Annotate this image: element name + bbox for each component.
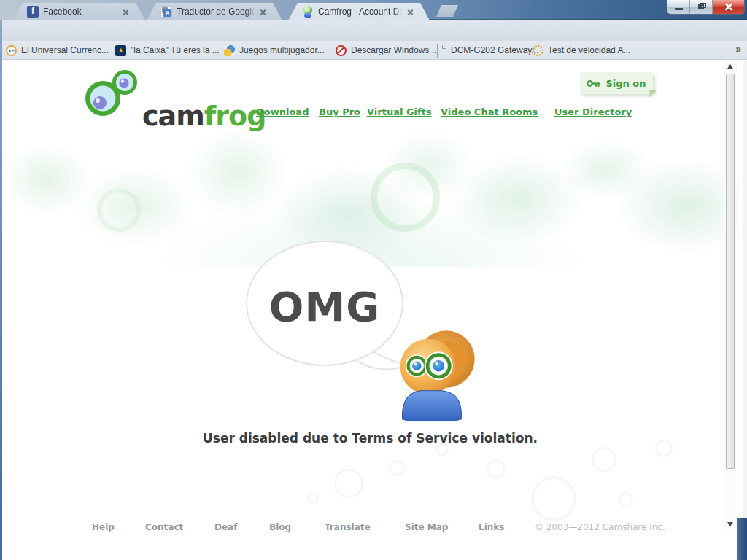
la-caixa-icon: ★ [115, 45, 126, 56]
arrow-up-icon [727, 64, 733, 69]
footer-link-links[interactable]: Links [479, 522, 504, 532]
tab-label: Camfrog - Account Disabl [318, 7, 403, 17]
key-icon [587, 79, 600, 88]
bookmarks-overflow-chevron[interactable]: » [735, 43, 741, 55]
window-controls [667, 0, 745, 15]
games-icon [224, 45, 235, 56]
restore-button[interactable] [690, 0, 713, 14]
minimize-icon [675, 8, 683, 10]
footer-link-deaf[interactable]: Deaf [214, 522, 237, 532]
scroll-down-button[interactable] [724, 518, 737, 529]
bookmark-test-velocidad[interactable]: Test de velocidad A... [533, 44, 630, 57]
window-frame-corner [737, 518, 747, 560]
nav-user-directory[interactable]: User Directory [554, 106, 632, 117]
browser-window: f Facebook A Traductor de Google Camfrog… [0, 0, 747, 560]
bookmark-juegos[interactable]: Juegos multijugador... [224, 44, 325, 57]
title-bar: f Facebook A Traductor de Google Camfrog… [0, 0, 747, 20]
footer-link-site-map[interactable]: Site Map [405, 522, 448, 532]
bookmarks-bar: xe El Universal Currenc... ★ "la Caixa" … [0, 41, 747, 60]
bookmark-dcm-gateway[interactable]: DCM-G202 Gateway... [436, 44, 538, 57]
camfrog-logo[interactable]: camfrog [82, 68, 228, 141]
close-window-button[interactable] [713, 0, 744, 14]
footer-link-help[interactable]: Help [92, 522, 115, 532]
footer-link-blog[interactable]: Blog [269, 522, 291, 532]
tab-google-translate[interactable]: A Traductor de Google [147, 3, 282, 20]
nav-download[interactable]: Download [256, 106, 309, 117]
new-tab-button[interactable] [436, 5, 458, 17]
camfrog-mascot [392, 323, 475, 421]
scroll-up-button[interactable] [724, 61, 737, 72]
facebook-favicon: f [27, 6, 39, 18]
camfrog-favicon [302, 6, 314, 18]
tab-facebook[interactable]: f Facebook [13, 3, 145, 20]
browser-toolbar: ← → profiles.camfrog.com/en/ALFIE_O_SEDU… [0, 20, 747, 41]
close-icon[interactable] [258, 7, 268, 17]
footer-link-contact[interactable]: Contact [145, 522, 183, 532]
nav-video-chat-rooms[interactable]: Video Chat Rooms [441, 106, 538, 117]
tab-label: Traductor de Google [177, 7, 255, 17]
scrollbar-thumb[interactable] [726, 74, 735, 469]
blocked-icon [336, 45, 347, 56]
minimize-button[interactable] [667, 0, 690, 14]
page-content: camfrog Download Buy Pro Virtual Gifts V… [2, 61, 738, 560]
window-frame-left [0, 20, 2, 560]
vertical-scrollbar[interactable] [724, 61, 736, 529]
xe-icon: xe [6, 45, 17, 56]
nav-buy-pro[interactable]: Buy Pro [319, 106, 360, 117]
bookmark-el-universal[interactable]: xe El Universal Currenc... [6, 44, 109, 57]
tab-camfrog-active[interactable]: Camfrog - Account Disabl [288, 3, 430, 20]
bubble-text: OMG [246, 283, 403, 330]
translate-favicon: A [160, 6, 172, 18]
close-icon[interactable] [406, 7, 415, 17]
nav-virtual-gifts[interactable]: Virtual Gifts [367, 106, 432, 117]
bookmark-la-caixa[interactable]: ★ "la Caixa" Tú eres la ... [115, 44, 220, 57]
camfrog-logo-text: camfrog [142, 100, 266, 132]
bookmark-descargar-windows[interactable]: Descargar Windows ... [336, 44, 439, 57]
sign-on-button[interactable]: Sign on [580, 72, 653, 94]
camfrog-logo-icon [82, 68, 145, 119]
disabled-message: User disabled due to Terms of Service vi… [2, 431, 738, 446]
tab-label: Facebook [43, 7, 118, 17]
close-icon[interactable] [121, 7, 131, 17]
page-icon [437, 44, 438, 58]
speed-test-icon [533, 45, 543, 56]
arrow-down-icon [727, 522, 733, 526]
footer-link-translate[interactable]: Translate [325, 522, 371, 532]
copyright: © 2003—2012 Camshare Inc. [535, 522, 665, 532]
